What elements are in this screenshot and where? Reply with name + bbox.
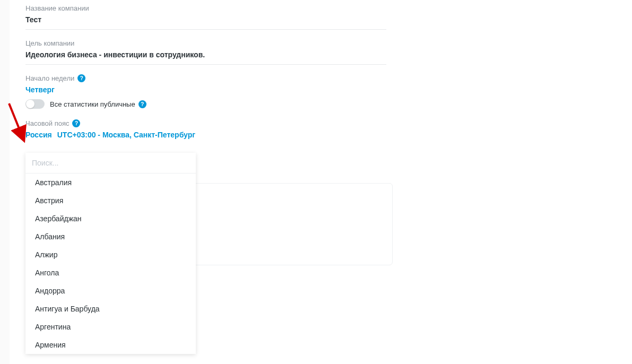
company-name-label: Название компании <box>25 4 616 12</box>
public-stats-label-text: Все статистики публичные <box>50 100 135 108</box>
country-dropdown: Австралия Австрия Азербайджан Албания Ал… <box>25 153 196 354</box>
list-item[interactable]: Аргентина <box>25 318 196 336</box>
public-stats-label: Все статистики публичные ? <box>50 100 146 108</box>
list-item[interactable]: Армения <box>25 336 196 354</box>
toggle-knob <box>26 100 34 108</box>
company-name-value[interactable]: Тест <box>25 15 386 30</box>
list-item[interactable]: Алжир <box>25 246 196 264</box>
list-item[interactable]: Азербайджан <box>25 210 196 228</box>
company-goal-label: Цель компании <box>25 39 616 47</box>
list-item[interactable]: Австрия <box>25 192 196 210</box>
timezone-value[interactable]: Россия UTC+03:00 - Москва, Санкт-Петербу… <box>25 131 616 139</box>
help-icon[interactable]: ? <box>72 119 80 127</box>
list-item[interactable]: Ангола <box>25 264 196 282</box>
week-start-value[interactable]: Четверг <box>25 85 616 94</box>
search-input[interactable] <box>32 159 189 167</box>
timezone-country: Россия <box>25 131 52 139</box>
week-start-label-text: Начало недели <box>25 74 74 82</box>
list-item[interactable]: Австралия <box>25 174 196 192</box>
list-item[interactable]: Антигуа и Барбуда <box>25 300 196 318</box>
help-icon[interactable]: ? <box>138 100 146 108</box>
company-goal-value[interactable]: Идеология бизнеса - инвестиции в сотрудн… <box>25 50 386 65</box>
help-icon[interactable]: ? <box>77 74 85 82</box>
week-start-label: Начало недели ? <box>25 74 616 82</box>
public-stats-toggle[interactable] <box>25 99 45 109</box>
dropdown-search-wrap <box>25 153 196 174</box>
timezone-label: Часовой пояс ? <box>25 119 616 127</box>
dropdown-list[interactable]: Австралия Австрия Азербайджан Албания Ал… <box>25 174 196 354</box>
timezone-tz: UTC+03:00 - Москва, Санкт-Петербург <box>57 131 195 139</box>
list-item[interactable]: Албания <box>25 228 196 246</box>
timezone-label-text: Часовой пояс <box>25 119 69 127</box>
list-item[interactable]: Андорра <box>25 282 196 300</box>
